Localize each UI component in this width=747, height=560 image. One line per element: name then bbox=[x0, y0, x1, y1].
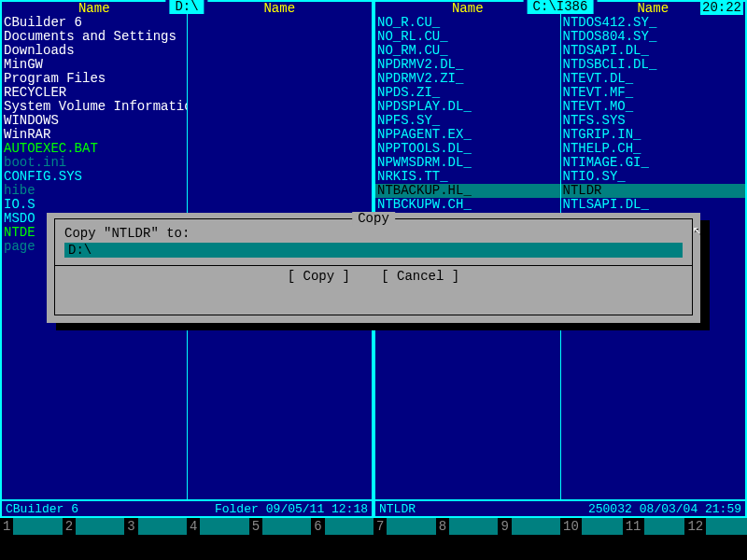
cancel-button[interactable]: [ Cancel ] bbox=[377, 270, 463, 284]
file-entry[interactable]: NO_RM.CU_ bbox=[375, 44, 560, 58]
file-entry[interactable]: NRKIS.TT_ bbox=[375, 170, 560, 184]
fkey-2[interactable]: 2 bbox=[63, 518, 125, 535]
file-entry[interactable]: NO_R.CU_ bbox=[375, 16, 560, 30]
file-entry[interactable]: RECYCLER bbox=[2, 86, 187, 100]
file-entry[interactable]: NTHELP.CH_ bbox=[561, 142, 746, 156]
file-entry[interactable]: WinRAR bbox=[2, 128, 187, 142]
fkey-3[interactable]: 3 bbox=[124, 518, 187, 535]
file-entry[interactable]: NTDSBCLI.DL_ bbox=[561, 58, 746, 72]
fkey-7[interactable]: 7 bbox=[374, 518, 436, 535]
fkey-bar: 123456789101112 bbox=[0, 518, 747, 535]
file-entry[interactable]: NTDOS412.SY_ bbox=[561, 16, 746, 30]
file-entry[interactable]: NTGRIP.IN_ bbox=[561, 128, 746, 142]
file-entry[interactable]: NTBCKUPW.CH_ bbox=[375, 198, 560, 212]
file-entry[interactable]: NPDS.ZI_ bbox=[375, 86, 560, 100]
file-entry[interactable]: NPDRMV2.DL_ bbox=[375, 58, 560, 72]
file-entry[interactable]: NTFS.SYS bbox=[561, 114, 746, 128]
file-entry[interactable]: NO_RL.CU_ bbox=[375, 30, 560, 44]
file-entry[interactable]: NTIMAGE.GI_ bbox=[561, 156, 746, 170]
fkey-4[interactable]: 4 bbox=[187, 518, 249, 535]
file-entry[interactable]: NTIO.SY_ bbox=[561, 170, 746, 184]
file-entry[interactable]: NTEVT.MF_ bbox=[561, 86, 746, 100]
file-entry[interactable]: NTDSAPI.DL_ bbox=[561, 44, 746, 58]
file-entry[interactable]: System Volume Informatio► bbox=[2, 100, 187, 114]
file-entry[interactable]: NPPTOOLS.DL_ bbox=[375, 142, 560, 156]
file-entry[interactable]: NPFS.SY_ bbox=[375, 114, 560, 128]
left-panel-title: D:\ bbox=[165, 0, 207, 14]
copy-button[interactable]: [ Copy ] bbox=[284, 270, 354, 284]
file-entry[interactable]: NTEVT.MO_ bbox=[561, 100, 746, 114]
left-status: CBuilder 6 Folder 09/05/11 12:18 bbox=[2, 499, 372, 516]
file-entry[interactable]: boot.ini bbox=[2, 156, 187, 170]
file-entry[interactable]: CBuilder 6 bbox=[2, 16, 187, 30]
fkey-11[interactable]: 11 bbox=[623, 518, 685, 535]
fkey-1[interactable]: 1 bbox=[0, 518, 63, 535]
file-entry[interactable]: NPDSPLAY.DL_ bbox=[375, 100, 560, 114]
fkey-12[interactable]: 12 bbox=[684, 518, 747, 535]
fkey-8[interactable]: 8 bbox=[436, 518, 499, 535]
fkey-9[interactable]: 9 bbox=[498, 518, 560, 535]
file-entry[interactable]: NPWMSDRM.DL_ bbox=[375, 156, 560, 170]
copy-destination-input[interactable] bbox=[64, 243, 683, 258]
file-entry[interactable]: Documents and Settings bbox=[2, 30, 187, 44]
file-entry[interactable]: Downloads bbox=[2, 44, 187, 58]
file-entry[interactable]: WINDOWS bbox=[2, 114, 187, 128]
dialog-prompt: Copy "NTLDR" to: bbox=[64, 227, 683, 241]
file-entry[interactable]: MinGW bbox=[2, 58, 187, 72]
dialog-title: Copy bbox=[352, 212, 395, 226]
file-entry[interactable]: NTEVT.DL_ bbox=[561, 72, 746, 86]
right-status: NTLDR 250032 08/03/04 21:59 bbox=[375, 499, 745, 516]
file-entry[interactable]: IO.S bbox=[2, 198, 187, 212]
file-entry[interactable]: NPDRMV2.ZI_ bbox=[375, 72, 560, 86]
file-entry[interactable]: Program Files bbox=[2, 72, 187, 86]
file-entry[interactable]: NTBACKUP.HL_ bbox=[375, 184, 560, 198]
fkey-10[interactable]: 10 bbox=[560, 518, 623, 535]
clock: 20:22 bbox=[700, 1, 743, 15]
file-entry[interactable]: NTLSAPI.DL_ bbox=[561, 198, 746, 212]
file-entry[interactable]: CONFIG.SYS bbox=[2, 170, 187, 184]
file-entry[interactable]: NTDOS804.SY_ bbox=[561, 30, 746, 44]
file-entry[interactable]: hibe bbox=[2, 184, 187, 198]
file-entry[interactable]: AUTOEXEC.BAT bbox=[2, 142, 187, 156]
file-entry[interactable]: NTLDR bbox=[561, 184, 746, 198]
file-entry[interactable]: NPPAGENT.EX_ bbox=[375, 128, 560, 142]
right-panel-title: C:\I386 bbox=[524, 0, 598, 14]
fkey-5[interactable]: 5 bbox=[249, 518, 312, 535]
mouse-cursor-icon: ↖ bbox=[693, 224, 702, 238]
fkey-6[interactable]: 6 bbox=[311, 518, 374, 535]
copy-dialog: Copy Copy "NTLDR" to: [ Copy ] [ Cancel … bbox=[47, 213, 700, 323]
